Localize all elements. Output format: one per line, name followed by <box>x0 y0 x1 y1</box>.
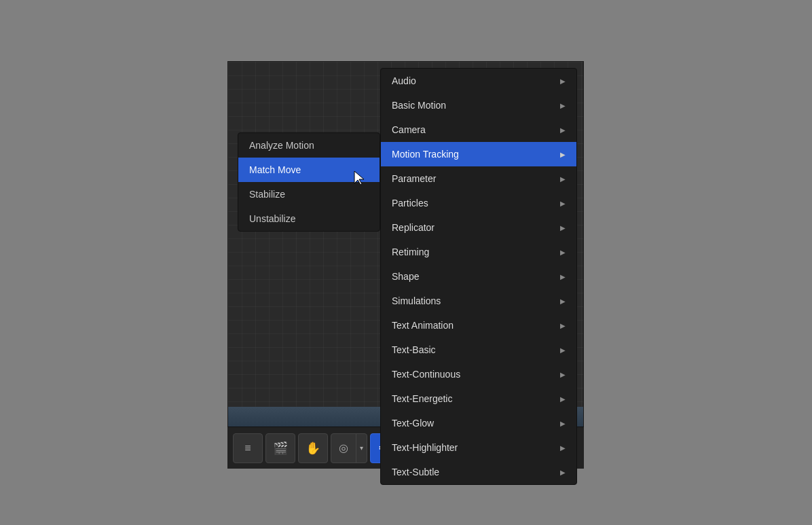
submenu-left: Analyze MotionMatch MoveStabilizeUnstabi… <box>238 132 380 232</box>
submenu-item-unstabilize[interactable]: Unstabilize <box>238 206 380 231</box>
target-icon: ◎ <box>331 433 356 463</box>
main-menu-item-audio[interactable]: Audio▶ <box>381 69 576 93</box>
submenu-arrow-icon: ▶ <box>560 126 566 134</box>
menu-item-label: Particles <box>392 198 428 209</box>
video-button[interactable]: 🎬 <box>265 433 295 463</box>
menu-item-label: Retiming <box>392 247 429 257</box>
submenu-item-label: Match Move <box>249 164 301 175</box>
menu-item-label: Text-Basic <box>392 344 436 355</box>
main-menu-item-motion-tracking[interactable]: Motion Tracking▶ <box>381 142 576 166</box>
menu-item-label: Text-Highlighter <box>392 442 458 453</box>
submenu-arrow-icon: ▶ <box>560 444 566 452</box>
main-menu-item-simulations[interactable]: Simulations▶ <box>381 289 576 313</box>
submenu-item-label: Unstabilize <box>249 213 295 224</box>
main-menu-item-replicator[interactable]: Replicator▶ <box>381 215 576 240</box>
menu-item-label: Simulations <box>392 295 441 306</box>
main-menu: Audio▶Basic Motion▶Camera▶Motion Trackin… <box>380 68 577 485</box>
target-button[interactable]: ◎ ▾ <box>331 433 367 463</box>
submenu-arrow-icon: ▶ <box>560 395 566 403</box>
submenu-item-stabilize[interactable]: Stabilize <box>238 182 380 206</box>
main-menu-item-retiming[interactable]: Retiming▶ <box>381 240 576 264</box>
submenu-arrow-icon: ▶ <box>560 249 566 256</box>
submenu-arrow-icon: ▶ <box>560 273 566 280</box>
main-menu-item-text-continuous[interactable]: Text-Continuous▶ <box>381 362 576 386</box>
menu-item-label: Text-Energetic <box>392 393 452 404</box>
target-arrow-icon: ▾ <box>356 433 367 463</box>
submenu-arrow-icon: ▶ <box>560 77 566 85</box>
menu-item-label: Basic Motion <box>392 100 446 111</box>
main-menu-item-text-basic[interactable]: Text-Basic▶ <box>381 338 576 362</box>
submenu-arrow-icon: ▶ <box>560 420 566 427</box>
menu-item-label: Motion Tracking <box>392 149 459 160</box>
submenu-item-analyze-motion[interactable]: Analyze Motion <box>238 133 380 158</box>
submenu-item-label: Analyze Motion <box>249 140 314 151</box>
menu-item-label: Text-Continuous <box>392 369 460 380</box>
submenu-arrow-icon: ▶ <box>560 224 566 232</box>
main-menu-item-text-glow[interactable]: Text-Glow▶ <box>381 411 576 435</box>
menu-item-label: Replicator <box>392 222 435 233</box>
main-menu-item-shape[interactable]: Shape▶ <box>381 264 576 289</box>
submenu-arrow-icon: ▶ <box>560 175 566 183</box>
submenu-arrow-icon: ▶ <box>560 346 566 354</box>
menu-item-label: Shape <box>392 271 419 282</box>
list-icon: ≡ <box>244 442 251 454</box>
main-menu-item-particles[interactable]: Particles▶ <box>381 191 576 215</box>
main-menu-item-camera[interactable]: Camera▶ <box>381 117 576 142</box>
main-menu-item-basic-motion[interactable]: Basic Motion▶ <box>381 93 576 117</box>
hand-tool-button[interactable]: ✋ <box>298 433 328 463</box>
menu-item-label: Camera <box>392 124 426 135</box>
video-icon: 🎬 <box>273 441 288 456</box>
main-menu-item-text-subtle[interactable]: Text-Subtle▶ <box>381 460 576 484</box>
submenu-item-label: Stabilize <box>249 189 285 200</box>
submenu-arrow-icon: ▶ <box>560 102 566 109</box>
menu-item-label: Text-Subtle <box>392 467 439 477</box>
submenu-arrow-icon: ▶ <box>560 297 566 305</box>
main-menu-item-text-energetic[interactable]: Text-Energetic▶ <box>381 386 576 411</box>
main-menu-item-text-animation[interactable]: Text Animation▶ <box>381 313 576 338</box>
hand-icon: ✋ <box>306 441 320 456</box>
main-menu-item-text-highlighter[interactable]: Text-Highlighter▶ <box>381 435 576 460</box>
menu-item-label: Parameter <box>392 173 436 184</box>
submenu-arrow-icon: ▶ <box>560 322 566 329</box>
menu-item-label: Audio <box>392 75 416 86</box>
list-view-button[interactable]: ≡ <box>233 433 263 463</box>
submenu-arrow-icon: ▶ <box>560 200 566 207</box>
main-menu-item-parameter[interactable]: Parameter▶ <box>381 166 576 191</box>
menu-item-label: Text-Glow <box>392 418 434 429</box>
submenu-arrow-icon: ▶ <box>560 469 566 476</box>
menu-item-label: Text Animation <box>392 320 454 331</box>
submenu-item-match-move[interactable]: Match Move <box>238 158 380 182</box>
submenu-arrow-icon: ▶ <box>560 371 566 378</box>
submenu-arrow-icon: ▶ <box>560 151 566 158</box>
